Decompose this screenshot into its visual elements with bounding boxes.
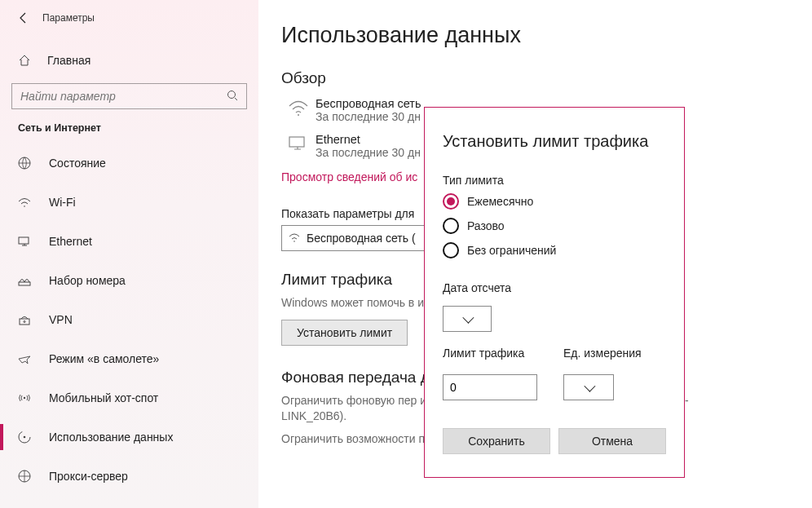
- sidebar-item-dialup[interactable]: Набор номера: [0, 261, 258, 300]
- sidebar-item-label: Режим «в самолете»: [49, 352, 159, 365]
- unit-label: Ед. измерения: [563, 347, 642, 360]
- ethernet-icon: [16, 233, 33, 250]
- data-usage-icon: [16, 429, 33, 445]
- date-label: Дата отсчета: [443, 281, 666, 294]
- sidebar-category: Сеть и Интернет: [0, 117, 258, 139]
- svg-point-11: [298, 114, 299, 116]
- radio-label: Без ограничений: [467, 244, 556, 257]
- hotspot-icon: [16, 390, 33, 406]
- window-title: Параметры: [42, 12, 95, 24]
- search-input-wrap[interactable]: [11, 83, 247, 109]
- wifi-icon: [289, 233, 300, 243]
- radio-unlimited[interactable]: Без ограничений: [443, 242, 666, 258]
- set-limit-button[interactable]: Установить лимит: [281, 320, 408, 346]
- page-title: Использование данных: [281, 23, 812, 48]
- dialog-title: Установить лимит трафика: [443, 132, 666, 151]
- ethernet-icon: [288, 135, 309, 152]
- sidebar-item-label: Состояние: [49, 157, 106, 170]
- limit-type-label: Тип лимита: [443, 174, 666, 187]
- home-icon: [16, 52, 33, 68]
- sidebar-item-label: Прокси-сервер: [49, 470, 128, 483]
- limit-input[interactable]: [443, 374, 537, 400]
- chevron-down-icon: [584, 381, 595, 392]
- sidebar-item-data-usage[interactable]: Использование данных: [0, 417, 258, 457]
- vpn-icon: [16, 311, 33, 328]
- cancel-button[interactable]: Отмена: [558, 428, 666, 454]
- unit-select[interactable]: [563, 374, 614, 400]
- radio-monthly[interactable]: Ежемесячно: [443, 193, 666, 210]
- sidebar-item-status[interactable]: Состояние: [0, 144, 258, 183]
- sidebar-item-label: Использование данных: [49, 431, 173, 444]
- svg-rect-5: [20, 319, 29, 325]
- sidebar-item-label: Мобильный хот-спот: [49, 391, 158, 404]
- radio-icon: [443, 242, 459, 258]
- svg-rect-3: [19, 237, 29, 244]
- overview-heading: Обзор: [281, 69, 812, 87]
- network-sub: За последние 30 дн: [316, 146, 421, 159]
- wifi-icon: [16, 194, 33, 210]
- sidebar-item-hotspot[interactable]: Мобильный хот-спот: [0, 378, 258, 417]
- svg-point-2: [24, 205, 25, 207]
- radio-label: Разово: [467, 219, 505, 232]
- airplane-icon: [16, 351, 33, 367]
- sidebar-item-label: Ethernet: [49, 235, 92, 248]
- date-select[interactable]: [443, 306, 492, 332]
- limit-input-label: Лимит трафика: [443, 347, 537, 360]
- sidebar-item-wifi[interactable]: Wi-Fi: [0, 183, 258, 222]
- network-name: Ethernet: [316, 133, 421, 146]
- globe-icon: [16, 155, 33, 171]
- radio-icon: [443, 218, 459, 234]
- sidebar-item-vpn[interactable]: VPN: [0, 300, 258, 339]
- sidebar-item-airplane[interactable]: Режим «в самолете»: [0, 339, 258, 378]
- network-select-value: Беспроводная сеть (: [307, 232, 425, 245]
- radio-label: Ежемесячно: [467, 195, 533, 208]
- sidebar-item-label: VPN: [49, 313, 73, 326]
- network-name: Беспроводная сеть: [316, 97, 421, 110]
- sidebar-item-home[interactable]: Главная: [11, 44, 247, 77]
- svg-point-7: [24, 397, 25, 399]
- sidebar-item-label: Wi-Fi: [49, 196, 76, 209]
- sidebar-item-label: Главная: [47, 54, 90, 67]
- wifi-icon: [288, 99, 309, 117]
- save-button[interactable]: Сохранить: [443, 428, 550, 454]
- radio-once[interactable]: Разово: [443, 218, 666, 234]
- set-limit-dialog: Установить лимит трафика Тип лимита Ежем…: [424, 107, 685, 478]
- sidebar-item-ethernet[interactable]: Ethernet: [0, 222, 258, 261]
- svg-point-13: [293, 241, 295, 242]
- proxy-icon: [16, 468, 33, 484]
- svg-point-9: [24, 436, 26, 439]
- network-select[interactable]: Беспроводная сеть (: [281, 225, 432, 251]
- svg-rect-12: [289, 137, 304, 147]
- back-button[interactable]: [11, 6, 36, 30]
- sidebar-item-label: Набор номера: [49, 274, 126, 287]
- network-sub: За последние 30 дн: [316, 110, 421, 123]
- search-icon: [227, 90, 240, 103]
- radio-icon: [443, 193, 459, 210]
- sidebar-item-proxy[interactable]: Прокси-сервер: [0, 457, 258, 496]
- svg-point-6: [24, 321, 25, 323]
- search-input[interactable]: [19, 89, 227, 104]
- chevron-down-icon: [462, 312, 474, 324]
- usage-details-link[interactable]: Просмотр сведений об ис: [281, 170, 417, 183]
- dialup-icon: [16, 272, 33, 289]
- svg-point-0: [228, 91, 236, 99]
